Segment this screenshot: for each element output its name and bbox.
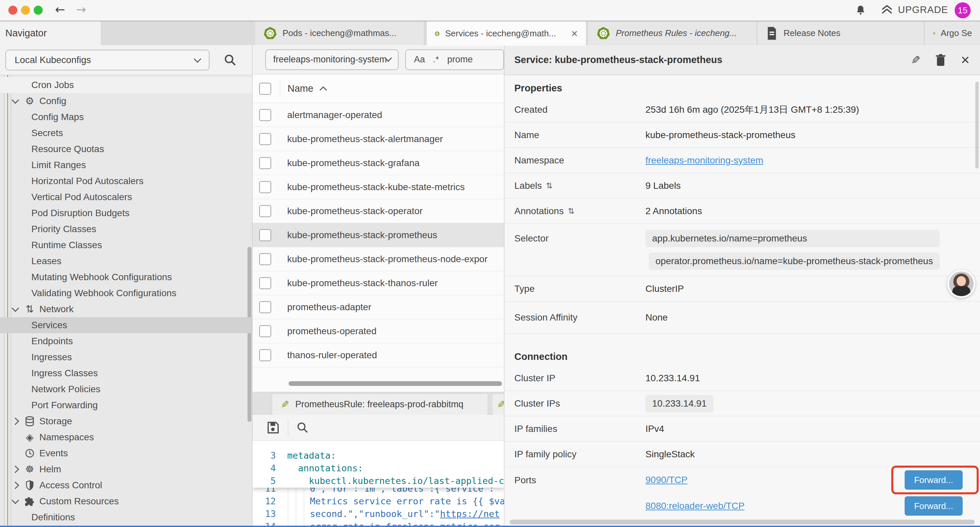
search-icon[interactable] [223, 53, 237, 67]
sidebar-group-custom-resources[interactable]: Custom Resources [0, 493, 252, 509]
notification-count-badge[interactable]: 15 [955, 2, 970, 18]
sidebar-group-config[interactable]: ⚙ Config [0, 93, 252, 109]
sidebar-item-config-maps[interactable]: Config Maps [0, 109, 252, 125]
sidebar-item-services[interactable]: Services [0, 317, 252, 333]
sidebar-item-pod-disruption-budgets[interactable]: Pod Disruption Budgets [0, 205, 252, 221]
chevron-right-icon[interactable] [13, 419, 23, 424]
tab-services[interactable]: Services - icecheng@math... ✕ [426, 21, 586, 46]
editor-tab-prometheusrule[interactable]: ✎ PrometheusRule: freeleaps-prod-rabbitm… [272, 393, 488, 415]
table-row[interactable]: kube-prometheus-stack-kube-state-metrics [253, 175, 504, 199]
table-row[interactable]: kube-prometheus-stack-grafana [253, 151, 504, 175]
sidebar-group-network[interactable]: ⇅ Network [0, 301, 252, 317]
regex-icon[interactable]: .* [433, 55, 439, 64]
sidebar-item-network-policies[interactable]: Network Policies [0, 381, 252, 397]
notifications-bell-icon[interactable] [854, 4, 867, 18]
sidebar-group-storage[interactable]: Storage [0, 413, 252, 429]
row-checkbox[interactable] [259, 229, 271, 241]
namespace-selector[interactable]: freeleaps-monitoring-system [265, 49, 399, 70]
table-row[interactable]: alertmanager-operated [253, 103, 504, 127]
row-checkbox[interactable] [259, 157, 271, 169]
row-checkbox[interactable] [259, 133, 271, 145]
tab-close-icon[interactable]: ✕ [571, 29, 578, 39]
connection-heading: Connection [504, 334, 980, 366]
window-minimize-button[interactable] [21, 6, 30, 15]
row-checkbox[interactable] [259, 205, 271, 217]
row-checkbox[interactable] [259, 325, 271, 337]
chevron-right-icon[interactable] [13, 482, 23, 488]
kubeconfig-selector[interactable]: Local Kubeconfigs [5, 50, 210, 70]
tab-release-notes[interactable]: Release Notes [757, 21, 924, 45]
sidebar-item-definitions[interactable]: Definitions [0, 509, 252, 525]
row-checkbox[interactable] [259, 277, 271, 289]
chevron-down-icon[interactable] [13, 307, 23, 311]
table-row-selected[interactable]: kube-prometheus-stack-prometheus [253, 223, 504, 247]
table-row[interactable]: kube-prometheus-stack-alertmanager [253, 127, 504, 151]
row-checkbox[interactable] [259, 301, 271, 313]
table-row[interactable]: kube-prometheus-stack-operator [253, 199, 504, 223]
sidebar-item-namespaces[interactable]: ◈ Namespaces [0, 429, 252, 445]
table-row[interactable]: prometheus-adapter [253, 295, 504, 319]
user-avatar[interactable] [947, 270, 975, 298]
sidebar-item-ingress-classes[interactable]: Ingress Classes [0, 365, 252, 381]
chevron-down-icon[interactable] [13, 500, 23, 503]
detail-horizontal-scrollbar[interactable] [510, 520, 975, 524]
sidebar-item-mutating-webhook-configurations[interactable]: Mutating Webhook Configurations [0, 269, 252, 285]
sidebar-item-runtime-classes[interactable]: Runtime Classes [0, 237, 252, 253]
detail-title: Service: kube-prometheus-stack-prometheu… [514, 54, 722, 65]
window-close-button[interactable] [8, 6, 18, 15]
runbook-url-link[interactable]: https://net [440, 509, 500, 519]
sidebar-item-resource-quotas[interactable]: Resource Quotas [0, 141, 252, 157]
sidebar-item-horizontal-pod-autoscalers[interactable]: Horizontal Pod Autoscalers [0, 173, 252, 189]
select-all-checkbox[interactable] [259, 83, 271, 95]
horizontal-scrollbar[interactable] [288, 381, 502, 386]
tab-prometheus-rules[interactable]: Prometheus Rules - icecheng... [589, 21, 757, 45]
sidebar-item-leases[interactable]: Leases [0, 253, 252, 269]
table-row[interactable]: kube-prometheus-stack-prometheus-node-ex… [253, 247, 504, 271]
sidebar-item-events[interactable]: Events [0, 445, 252, 461]
back-arrow-icon[interactable]: ← [55, 3, 65, 16]
row-checkbox[interactable] [259, 253, 271, 265]
expand-collapse-icon[interactable]: ⇅ [568, 207, 574, 216]
table-row[interactable]: thanos-ruler-operated [253, 343, 504, 367]
match-case-icon[interactable]: Aa [414, 54, 425, 65]
search-input[interactable]: Aa .* prome [405, 49, 504, 70]
editor-tab-partial[interactable]: ✎ [492, 393, 504, 415]
close-icon[interactable]: ✕ [961, 53, 970, 67]
chevron-down-icon[interactable] [13, 99, 23, 103]
sidebar-group-helm[interactable]: ☸ Helm [0, 461, 252, 477]
sidebar-item-vertical-pod-autoscalers[interactable]: Vertical Pod Autoscalers [0, 189, 252, 205]
port-8080-link[interactable]: 8080:reloader-web/TCP [646, 501, 745, 511]
yaml-editor[interactable]: 11 0","for":"1m","labels":{"service":" 1… [253, 441, 504, 525]
row-checkbox[interactable] [259, 109, 271, 121]
expand-collapse-icon[interactable]: ⇅ [546, 181, 553, 191]
tab-argo[interactable]: Argo Se [925, 21, 980, 45]
table-row[interactable]: prometheus-operated [253, 319, 504, 343]
upgrade-button[interactable]: UPGRADE [881, 3, 948, 16]
sidebar-item-cron-jobs[interactable]: Cron Jobs [0, 77, 252, 93]
sidebar-item-port-forwarding[interactable]: Port Forwarding [0, 397, 252, 413]
navigator-panel-tab[interactable]: Navigator [0, 21, 101, 45]
sidebar-item-ingresses[interactable]: Ingresses [0, 349, 252, 365]
sidebar-item-endpoints[interactable]: Endpoints [0, 333, 252, 349]
sidebar-item-secrets[interactable]: Secrets [0, 125, 252, 141]
edit-pencil-icon[interactable]: ✎ [911, 53, 921, 67]
namespace-link[interactable]: freeleaps-monitoring-system [646, 155, 763, 166]
sort-ascending-icon[interactable] [320, 86, 327, 94]
save-icon[interactable] [266, 420, 280, 435]
sidebar-item-limit-ranges[interactable]: Limit Ranges [0, 157, 252, 173]
sidebar-item-priority-classes[interactable]: Priority Classes [0, 221, 252, 237]
row-checkbox[interactable] [259, 181, 271, 193]
port-9090-link[interactable]: 9090/TCP [646, 474, 687, 485]
forward-button[interactable]: Forward... [905, 496, 963, 516]
tab-pods[interactable]: Pods - icecheng@mathmas... [255, 21, 424, 45]
sidebar-group-access-control[interactable]: Access Control [0, 477, 252, 493]
sidebar-item-validating-webhook-configurations[interactable]: Validating Webhook Configurations [0, 285, 252, 301]
name-column-header[interactable]: Name [288, 83, 313, 94]
window-zoom-button[interactable] [34, 6, 43, 15]
editor-search-icon[interactable] [296, 421, 309, 434]
detail-vertical-scrollbar[interactable] [975, 82, 978, 169]
table-row[interactable]: kube-prometheus-stack-thanos-ruler [253, 271, 504, 295]
delete-trash-icon[interactable] [935, 54, 946, 66]
row-checkbox[interactable] [259, 349, 271, 361]
chevron-right-icon[interactable] [13, 466, 23, 472]
